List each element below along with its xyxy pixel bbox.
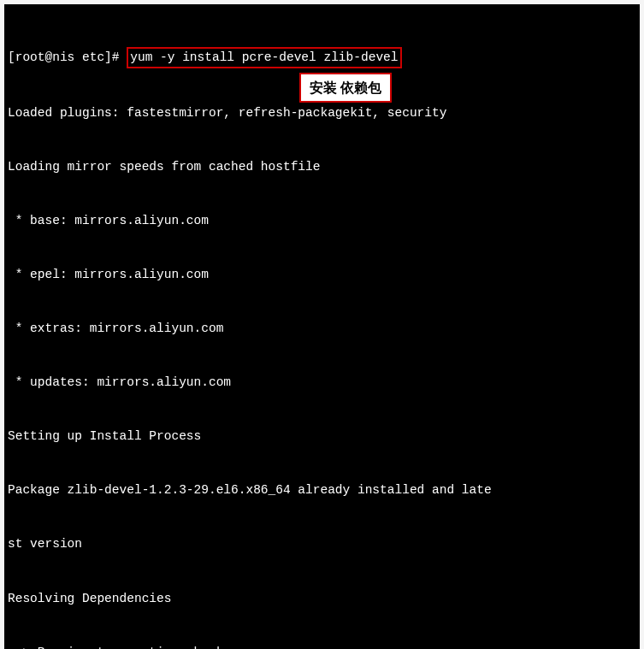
output-line: st version (8, 535, 636, 553)
output-line: * extras: mirrors.aliyun.com (8, 320, 636, 338)
annotation-label: 安装 依赖包 (299, 73, 392, 103)
output-line: Setting up Install Process (8, 428, 636, 445)
prompt-line[interactable]: [root@nis etc]# yum -y install pcre-deve… (8, 47, 636, 68)
output-line: * base: mirrors.aliyun.com (8, 212, 636, 230)
output-line: Loading mirror speeds from cached hostfi… (8, 158, 636, 176)
output-line: * epel: mirrors.aliyun.com (8, 266, 636, 284)
shell-prompt: [root@nis etc]# (8, 50, 127, 64)
command-highlight: yum -y install pcre-devel zlib-devel (127, 47, 401, 68)
terminal-window: [root@nis etc]# yum -y install pcre-deve… (4, 4, 640, 649)
output-line: Resolving Dependencies (8, 590, 636, 608)
output-line: * updates: mirrors.aliyun.com (8, 374, 636, 392)
output-line: Loaded plugins: fastestmirror, refresh-p… (8, 104, 636, 122)
output-line: --> Running transaction check (8, 644, 636, 649)
output-line: Package zlib-devel-1.2.3-29.el6.x86_64 a… (8, 481, 636, 499)
